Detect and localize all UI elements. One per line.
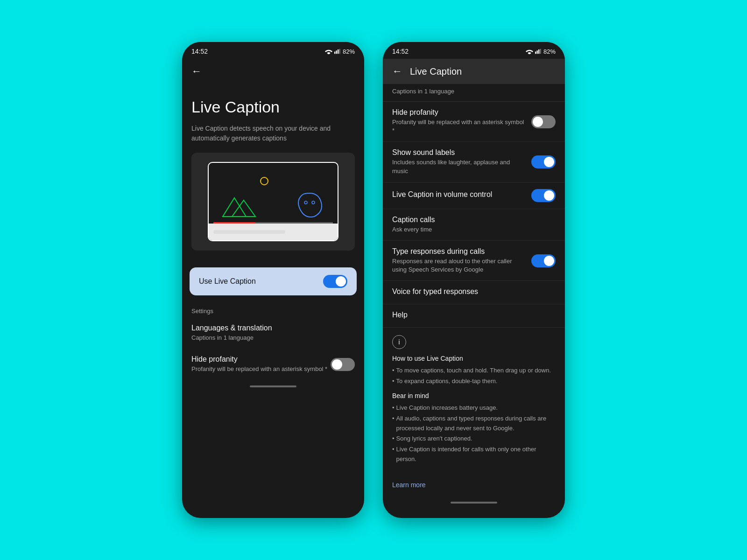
right-header-title: Live Caption	[410, 66, 462, 77]
hide-profanity-text-left: Hide profanity Profanity will be replace…	[191, 355, 331, 373]
type-responses-subtitle: Responses are read aloud to the other ca…	[392, 257, 526, 274]
languages-translation-row[interactable]: Languages & translation Captions in 1 la…	[182, 317, 364, 349]
use-live-caption-toggle[interactable]	[323, 275, 347, 288]
hero-title: Live Caption	[191, 98, 355, 116]
caption-calls-text: Caption calls Ask every time	[392, 216, 550, 234]
hide-profanity-row-left[interactable]: Hide profanity Profanity will be replace…	[182, 349, 364, 380]
settings-section-label: Settings	[182, 303, 364, 317]
svg-rect-2	[338, 49, 338, 54]
back-button-right[interactable]: ←	[392, 65, 402, 77]
svg-rect-3	[339, 49, 340, 54]
battery-left: 82%	[343, 48, 355, 55]
hide-profanity-subtitle-left: Profanity will be replaced with an aster…	[191, 365, 331, 373]
svg-rect-8	[535, 52, 536, 54]
use-live-caption-row[interactable]: Use Live Caption	[190, 267, 357, 295]
svg-rect-9	[536, 50, 537, 54]
back-button-left[interactable]: ←	[191, 65, 355, 77]
section-subtitle: Captions in 1 language	[383, 84, 565, 102]
live-caption-volume-toggle[interactable]	[531, 189, 556, 202]
left-phone-content: ← Live Caption Live Caption detects spee…	[182, 59, 364, 518]
hero-section: Live Caption Live Caption detects speech…	[182, 84, 364, 260]
use-live-caption-label: Use Live Caption	[199, 277, 256, 286]
svg-rect-1	[336, 50, 337, 54]
type-responses-text: Type responses during calls Responses ar…	[392, 247, 526, 274]
toggle-thumb-profanity	[332, 359, 342, 370]
home-bar-right	[451, 502, 497, 504]
svg-marker-5	[232, 200, 255, 217]
voice-typed-responses-text: Voice for typed responses	[392, 287, 550, 297]
svg-rect-10	[538, 49, 539, 54]
show-sound-labels-toggle[interactable]	[531, 155, 556, 168]
mountain-illustration	[218, 191, 260, 221]
bear-bullet-4: • Live Caption is intended for calls wit…	[392, 445, 556, 464]
how-to-block: How to use Live Caption • To move captio…	[392, 355, 556, 386]
help-title: Help	[392, 311, 550, 319]
live-caption-volume-text: Live Caption in volume control	[392, 190, 526, 200]
learn-more-link[interactable]: Learn more	[383, 477, 565, 496]
type-responses-title: Type responses during calls	[392, 247, 526, 256]
caption-calls-title: Caption calls	[392, 216, 550, 224]
show-sound-labels-text: Show sound labels Includes sounds like l…	[392, 148, 526, 175]
languages-translation-title: Languages & translation	[191, 324, 355, 332]
sun-illustration	[260, 177, 268, 185]
info-icon: i	[392, 335, 406, 349]
svg-rect-11	[540, 49, 541, 54]
languages-translation-text: Languages & translation Captions in 1 la…	[191, 324, 355, 342]
type-responses-toggle[interactable]	[531, 254, 556, 267]
svg-point-6	[304, 201, 307, 204]
bear-bullet-1: • Live Caption increases battery usage.	[392, 403, 556, 413]
right-phone-content: Captions in 1 language Hide profanity Pr…	[383, 84, 565, 518]
face-illustration	[296, 191, 324, 221]
home-bar-left	[250, 385, 296, 387]
hide-profanity-toggle[interactable]	[531, 115, 556, 128]
left-header: ←	[182, 59, 364, 84]
how-to-bullet-1: • To move captions, touch and hold. Then…	[392, 366, 556, 376]
time-right: 14:52	[392, 48, 409, 55]
hide-profanity-subtitle: Profanity will be replaced with an aster…	[392, 118, 526, 135]
status-icons-right: 82%	[526, 48, 556, 55]
battery-right: 82%	[543, 48, 556, 55]
voice-typed-responses-title: Voice for typed responses	[392, 287, 550, 296]
hero-description: Live Caption detects speech on your devi…	[191, 124, 355, 143]
show-sound-labels-subtitle: Includes sounds like laughter, applause …	[392, 158, 526, 175]
phone-illustration	[191, 153, 355, 251]
voice-typed-responses-row[interactable]: Voice for typed responses	[383, 281, 565, 304]
status-bar-right: 14:52 82%	[383, 42, 565, 59]
show-sound-labels-row[interactable]: Show sound labels Includes sounds like l…	[383, 142, 565, 182]
right-header: ← Live Caption	[383, 59, 565, 84]
how-to-title: How to use Live Caption	[392, 355, 556, 362]
help-row[interactable]: Help	[383, 304, 565, 328]
bear-bullet-3: • Song lyrics aren't captioned.	[392, 434, 556, 444]
svg-point-7	[312, 201, 315, 204]
bear-bullet-2: • All audio, captions and typed response…	[392, 414, 556, 434]
live-caption-volume-title: Live Caption in volume control	[392, 190, 526, 199]
left-phone: 14:52 82% ← Live Caption Live Caption de…	[182, 42, 364, 518]
time-left: 14:52	[191, 48, 208, 55]
how-to-text: • To move captions, touch and hold. Then…	[392, 366, 556, 386]
phone-screen-mock	[208, 162, 338, 241]
toggle-thumb	[336, 276, 346, 287]
caption-text-mock	[213, 230, 285, 234]
hide-profanity-title: Hide profanity	[392, 108, 526, 117]
home-indicator-left	[182, 380, 364, 393]
help-text: Help	[392, 311, 550, 321]
signal-icon-right	[535, 49, 542, 54]
info-section: i How to use Live Caption • To move capt…	[383, 328, 565, 477]
show-sound-labels-title: Show sound labels	[392, 148, 526, 157]
hide-profanity-row[interactable]: Hide profanity Profanity will be replace…	[383, 102, 565, 142]
type-responses-row[interactable]: Type responses during calls Responses ar…	[383, 241, 565, 281]
status-bar-left: 14:52 82%	[182, 42, 364, 59]
svg-rect-0	[334, 52, 335, 54]
languages-translation-subtitle: Captions in 1 language	[191, 334, 355, 342]
bear-in-mind-title: Bear in mind	[392, 392, 556, 399]
bear-in-mind-text: • Live Caption increases battery usage. …	[392, 403, 556, 464]
live-caption-volume-row[interactable]: Live Caption in volume control	[383, 182, 565, 209]
caption-calls-row[interactable]: Caption calls Ask every time	[383, 209, 565, 241]
caption-calls-subtitle: Ask every time	[392, 225, 550, 234]
hide-profanity-toggle-left[interactable]	[331, 358, 355, 371]
hide-profanity-text: Hide profanity Profanity will be replace…	[392, 108, 526, 135]
right-phone: 14:52 82% ← Live Caption Captions in 1 l…	[383, 42, 565, 518]
hide-profanity-title-left: Hide profanity	[191, 355, 331, 364]
how-to-bullet-2: • To expand captions, double-tap them.	[392, 377, 556, 386]
status-icons-left: 82%	[325, 48, 355, 55]
